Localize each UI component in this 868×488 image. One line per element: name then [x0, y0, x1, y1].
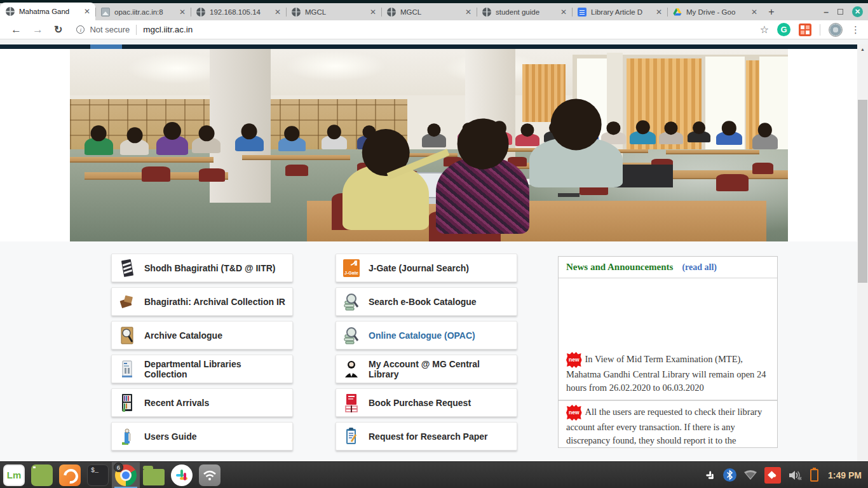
photo-shape [85, 137, 113, 154]
scroll-up-arrow[interactable]: ▲ [857, 47, 868, 51]
page-scrollbar[interactable]: ▲ [857, 44, 868, 461]
info-icon[interactable]: i [76, 25, 85, 34]
chrome-launcher[interactable]: 6 [112, 462, 140, 488]
link-label: Request for Research Paper [369, 431, 488, 442]
active-nav-segment [90, 44, 122, 49]
tab-mgcl-2[interactable]: MGCL ✕ [381, 3, 477, 20]
tab-my-drive[interactable]: My Drive - Goo ✕ [667, 3, 763, 20]
window-controls: – ✕ [824, 3, 863, 20]
archive-box-icon [118, 292, 136, 312]
folder-icon [143, 469, 165, 485]
link-departmental-libraries[interactable]: Departmental Libraries Collection [111, 355, 293, 383]
tab-close-icon[interactable]: ✕ [369, 8, 377, 16]
anydesk-icon[interactable]: › [764, 467, 781, 484]
tab-close-icon[interactable]: ✕ [559, 8, 568, 16]
link-label: My Account @ MG Central Library [369, 359, 510, 379]
link-label: J-Gate (Journal Search) [369, 263, 469, 273]
photo-shape [242, 155, 350, 160]
link-archive-catalogue[interactable]: Archive Catalogue [111, 321, 293, 349]
tab-close-icon[interactable]: ✕ [464, 8, 473, 16]
link-book-purchase[interactable]: Book Purchase Request [336, 388, 517, 417]
tab-close-icon[interactable]: ✕ [273, 8, 282, 16]
mint-logo-icon: Lm [3, 464, 25, 486]
menu-dots-icon[interactable]: ⋮ [851, 24, 860, 36]
system-tray: › 1:49 PM [703, 467, 862, 484]
minimize-button[interactable]: – [824, 8, 829, 17]
link-users-guide[interactable]: Users Guide [111, 422, 293, 451]
slack-tray-icon[interactable] [703, 469, 716, 482]
tab-close-icon[interactable]: ✕ [83, 8, 92, 15]
photo-shape [666, 150, 759, 154]
new-tab-button[interactable]: + [763, 3, 780, 20]
library-photo [70, 49, 788, 241]
mint-menu-button[interactable]: Lm [0, 462, 28, 488]
tab-mgcl-1[interactable]: MGCL ✕ [286, 3, 381, 20]
address-bar[interactable]: i Not secure mgcl.iitr.ac.in [76, 25, 759, 35]
taskbar-clock[interactable]: 1:49 PM [828, 470, 862, 480]
network-settings-button[interactable] [196, 462, 224, 488]
terminal-launcher[interactable] [84, 462, 112, 488]
tab-library-article[interactable]: Library Article D ✕ [572, 3, 667, 20]
tab-ip-address[interactable]: 192.168.105.14 ✕ [191, 3, 286, 20]
wifi-tray-icon[interactable] [743, 470, 757, 480]
photo-shape [120, 139, 149, 154]
link-label: Users Guide [144, 431, 196, 442]
close-button[interactable]: ✕ [852, 6, 863, 17]
photo-shape [752, 163, 774, 174]
tab-close-icon[interactable]: ✕ [750, 8, 759, 16]
link-recent-arrivals[interactable]: Recent Arrivals [111, 388, 293, 417]
link-opac[interactable]: Online Catalogue (OPAC) [336, 321, 517, 349]
maximize-button[interactable] [837, 9, 843, 15]
tab-title: 192.168.105.14 [210, 8, 273, 16]
reload-button[interactable]: ↻ [54, 25, 62, 35]
tab-title: Mahatma Gand [19, 8, 83, 15]
bookmark-star-icon[interactable]: ☆ [760, 24, 769, 36]
bluetooth-icon[interactable] [723, 468, 736, 482]
news-text: In View of Mid Term Examination (MTE), M… [566, 354, 766, 393]
news-title: News and Announcements [566, 262, 673, 273]
tab-opac[interactable]: opac.iitr.ac.in:8 ✕ [95, 3, 191, 20]
terminal-icon [87, 464, 109, 486]
link-my-account[interactable]: My Account @ MG Central Library [336, 355, 517, 383]
taskbar: Lm 6 [0, 461, 868, 488]
extension-icon[interactable] [799, 24, 811, 36]
clipboard-pencil-icon [342, 426, 360, 447]
url-text: mgcl.iitr.ac.in [143, 25, 193, 34]
thesis-icon [118, 258, 136, 278]
tab-mahatma-gandhi[interactable]: Mahatma Gand ✕ [0, 3, 95, 20]
photo-shape [752, 133, 778, 149]
link-search-ebook[interactable]: Search e-Book Catalogue [336, 287, 517, 316]
tab-student-guide[interactable]: student guide ✕ [477, 3, 572, 20]
read-all-link[interactable]: (read all) [682, 262, 717, 273]
firefox-launcher[interactable] [56, 462, 84, 488]
forward-button[interactable]: → [32, 24, 43, 35]
library-building-icon [118, 359, 136, 379]
photo-shape [529, 137, 623, 187]
link-jgate[interactable]: J-Gate J-Gate (Journal Search) [336, 254, 517, 282]
page-viewport: Shodh Bhagirathi (T&D @ IITR) Bhagirathi… [0, 44, 857, 461]
link-research-paper[interactable]: Request for Research Paper [336, 422, 517, 451]
news-header: News and Announcements (read all) [559, 257, 777, 278]
security-label: Not secure [90, 25, 130, 34]
photo-shape [156, 135, 189, 154]
photo-shape [278, 137, 306, 151]
photo-shape [142, 166, 170, 182]
show-desktop-button[interactable] [28, 462, 56, 488]
tab-close-icon[interactable]: ✕ [654, 8, 663, 16]
link-bhagirathi-archival[interactable]: Bhagirathi: Archival Collection IR [111, 287, 293, 316]
volume-muted-icon[interactable] [788, 469, 803, 482]
back-button[interactable]: ← [11, 24, 22, 35]
link-shodh-bhagirathi[interactable]: Shodh Bhagirathi (T&D @ IITR) [111, 254, 293, 282]
battery-icon[interactable] [810, 469, 818, 482]
tab-close-icon[interactable]: ✕ [178, 8, 187, 16]
photo-shape [285, 165, 308, 176]
files-launcher[interactable] [140, 462, 168, 488]
slack-launcher[interactable] [168, 462, 196, 488]
profile-avatar[interactable] [829, 23, 843, 37]
grammarly-extension-icon[interactable]: G [777, 23, 790, 36]
link-label: Bhagirathi: Archival Collection IR [144, 297, 285, 307]
tab-title: Library Article D [591, 8, 654, 16]
desktop-icon [31, 464, 53, 486]
tab-title: MGCL [400, 8, 464, 16]
scrollbar-thumb[interactable] [858, 100, 867, 283]
